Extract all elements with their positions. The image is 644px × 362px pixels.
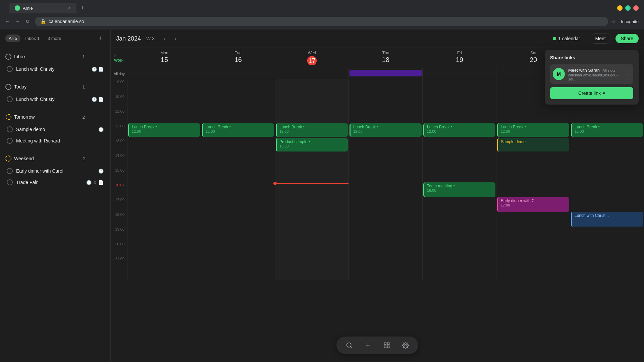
item-checkbox[interactable] [7, 96, 13, 102]
day-col-sat[interactable]: Lunch Break • 12:00 Sample demo Early di… [496, 79, 570, 280]
allday-event[interactable] [350, 70, 422, 76]
today-header[interactable]: Today 1 + ··· [5, 80, 105, 94]
weekend-header[interactable]: Weekend 2 + ··· [5, 152, 105, 165]
sidebar-add-button[interactable]: + [96, 34, 105, 43]
settings-toolbar-button[interactable] [399, 339, 412, 351]
inbox-more-button[interactable]: ··· [97, 53, 105, 61]
item-checkbox[interactable] [7, 179, 13, 185]
search-toolbar-button[interactable] [343, 339, 355, 351]
day-col-wed[interactable]: Lunch Break • 12:00 Product sample • 13:… [275, 79, 349, 280]
list-item[interactable]: Sample demo 🕐 [5, 124, 105, 135]
event-lunch-christy-sun[interactable]: Lunch with Christ... [571, 212, 643, 227]
list-item[interactable]: Lunch with Christy 🕐 📄 [5, 63, 105, 75]
time-column: 9:00 10:00 11:00 12:00 13:00 14:00 15:00… [111, 79, 127, 280]
event-team-meeting[interactable]: Team meeting • 16:00 [423, 182, 495, 197]
day-col-sun[interactable]: Lunch Break • 12:00 Lunch with Christ... [570, 79, 644, 280]
list-item[interactable]: Trade Fair 🕐 ⚙ 📄 [5, 177, 105, 188]
calendar-scroll[interactable]: 9:00 10:00 11:00 12:00 13:00 14:00 15:00… [111, 79, 644, 362]
event-lunch-break-tue[interactable]: Lunch Break • 12:00 [202, 123, 274, 137]
svg-rect-2 [387, 343, 389, 345]
day-col-mon[interactable]: Lunch Break • 12:00 [127, 79, 201, 280]
prev-week-button[interactable]: ‹ [160, 34, 169, 43]
day-col-thu[interactable]: Lunch Break • 12:00 [349, 79, 423, 280]
svg-rect-4 [387, 346, 389, 348]
item-icons: 🕐 ⚙ 📄 [86, 180, 104, 185]
calendar-dot [553, 37, 556, 40]
tab-close-icon[interactable]: ✕ [68, 6, 71, 10]
new-tab-button[interactable]: + [78, 3, 87, 13]
day-col-fri[interactable]: Lunch Break • 12:00 Team meeting • 16:00 [423, 79, 496, 280]
allday-wed[interactable] [275, 68, 349, 79]
allday-thu[interactable] [349, 68, 423, 79]
sidebar-tab-more[interactable]: 3 more [44, 35, 64, 42]
day-col-tue[interactable]: Lunch Break • 12:00 [201, 79, 275, 280]
list-item[interactable]: Meeting with Richard [5, 135, 105, 146]
back-button[interactable]: ← [3, 17, 12, 26]
meet-button[interactable]: Meet [590, 34, 611, 44]
event-lunch-break-wed[interactable]: Lunch Break • 12:00 [276, 123, 348, 137]
event-lunch-break-mon[interactable]: Lunch Break • 12:00 [128, 123, 200, 137]
create-link-button[interactable]: Create link ▾ [550, 87, 633, 99]
item-checkbox[interactable] [7, 138, 13, 144]
minimize-button[interactable] [617, 5, 623, 11]
sidebar-tabs: All 5 Inbox 1 3 more [5, 35, 93, 42]
weekend-add-button[interactable]: + [88, 155, 96, 163]
work-label: Work [114, 58, 123, 63]
tomorrow-section: Tomorrow 2 + ··· Sample demo 🕐 Meeting w… [0, 108, 110, 149]
incognito-button[interactable]: Incognito [618, 18, 641, 25]
dropdown-icon: ▾ [603, 90, 605, 96]
event-early-dinner[interactable]: Early dinner with C 17:00 [497, 197, 569, 212]
reload-button[interactable]: ↻ [23, 17, 32, 26]
tomorrow-checkbox[interactable] [5, 114, 11, 120]
share-name-row: Meet with Sarah All slots [568, 67, 623, 73]
day-header-tue: Tue 16 [201, 48, 275, 68]
tomorrow-add-button[interactable]: + [88, 113, 96, 121]
event-lunch-break-thu[interactable]: Lunch Break • 12:00 [350, 123, 422, 137]
close-button[interactable] [633, 5, 639, 11]
weekend-checkbox[interactable] [5, 156, 11, 162]
item-checkbox[interactable] [7, 126, 13, 132]
today-add-button[interactable]: + [88, 83, 96, 91]
address-bar[interactable]: 🔒 calendar.amie.so [35, 17, 608, 26]
list-item[interactable]: Lunch with Christy 🕐 📄 [5, 94, 105, 105]
time-9: 9:00 [111, 79, 127, 94]
sidebar-tab-inbox[interactable]: Inbox 1 [22, 35, 43, 42]
share-popup: Share links M Meet with Sarah All slots … [545, 50, 639, 105]
layout-toolbar-button[interactable] [381, 339, 393, 351]
item-checkbox[interactable] [7, 66, 13, 72]
share-name: Meet with Sarah [568, 68, 600, 73]
event-lunch-break-sun[interactable]: Lunch Break • 12:00 [571, 123, 643, 137]
sidebar-tab-all[interactable]: All 5 [5, 35, 20, 42]
today-checkbox[interactable] [5, 84, 11, 90]
share-link-item[interactable]: M Meet with Sarah All slots calendar.ami… [550, 64, 633, 84]
tomorrow-header[interactable]: Tomorrow 2 + ··· [5, 110, 105, 124]
forward-button[interactable]: → [13, 17, 22, 26]
event-lunch-break-fri[interactable]: Lunch Break • 12:00 [423, 123, 495, 137]
allday-fri[interactable] [423, 68, 496, 79]
allday-tue[interactable] [201, 68, 275, 79]
calendars-button[interactable]: 1 calendar [547, 34, 585, 43]
x-mark-icon[interactable]: ✕ [113, 53, 117, 58]
today-more-button[interactable]: ··· [97, 83, 105, 91]
tomorrow-more-button[interactable]: ··· [97, 113, 105, 121]
maximize-button[interactable] [625, 5, 631, 11]
allday-mon[interactable] [127, 68, 201, 79]
browser-tab[interactable]: Amie ✕ [9, 3, 76, 13]
bookmark-icon[interactable]: ☆ [611, 18, 615, 25]
inbox-header[interactable]: Inbox 1 + ··· [5, 50, 105, 63]
share-button[interactable]: Share [615, 34, 639, 43]
next-week-button[interactable]: › [171, 34, 180, 43]
svg-rect-3 [384, 346, 386, 348]
event-product-sample[interactable]: Product sample • 13:00 [276, 138, 348, 152]
event-lunch-break-sat[interactable]: Lunch Break • 12:00 [497, 123, 569, 137]
list-item[interactable]: Early dinner with Carol 🕐 [5, 165, 105, 177]
inbox-checkbox[interactable] [5, 54, 11, 60]
add-toolbar-button[interactable]: + [362, 339, 374, 351]
inbox-add-button[interactable]: + [88, 53, 96, 61]
item-checkbox[interactable] [7, 168, 13, 174]
work-col-label: ✕ Work [113, 53, 125, 63]
sidebar-top: All 5 Inbox 1 3 more + [0, 29, 110, 47]
event-sample-demo[interactable]: Sample demo [497, 138, 569, 152]
share-more-icon[interactable]: ··· [626, 71, 631, 77]
weekend-more-button[interactable]: ··· [97, 155, 105, 163]
